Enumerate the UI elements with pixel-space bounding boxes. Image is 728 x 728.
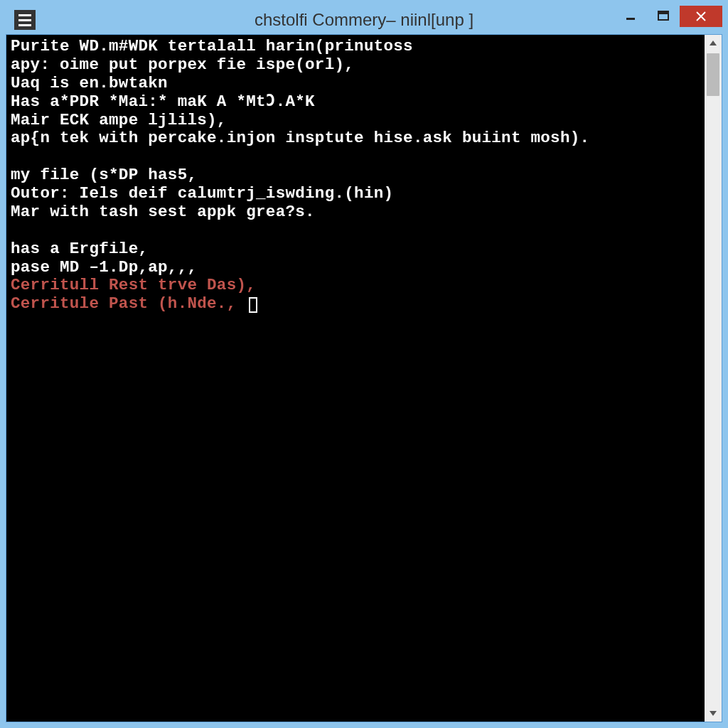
terminal-line: Mar with tash sest appk grea?s. bbox=[11, 203, 700, 222]
window-controls bbox=[614, 6, 722, 27]
svg-marker-5 bbox=[710, 41, 717, 46]
maximize-button[interactable] bbox=[647, 6, 680, 27]
terminal-line bbox=[11, 222, 700, 240]
application-window: chstolfi Commery– niinl[unp ] Purite WD.… bbox=[6, 6, 722, 722]
window-title: chstolfi Commery– niinl[unp ] bbox=[255, 10, 473, 30]
terminal-output[interactable]: Purite WD.m#WDK tertalall harin(prinutos… bbox=[6, 35, 705, 722]
terminal-line: Cerritull Rest trve Das), bbox=[11, 277, 700, 295]
terminal-line: Has a*PDR *Mai:* maK A *MtƆ.A*K bbox=[11, 93, 700, 112]
titlebar[interactable]: chstolfi Commery– niinl[unp ] bbox=[6, 6, 722, 34]
terminal-line: Cerritule Past (h.Nde., bbox=[11, 295, 700, 314]
scroll-down-arrow[interactable] bbox=[705, 705, 722, 722]
terminal-line: pase MD –1.Dp,ap,,, bbox=[11, 259, 700, 277]
vertical-scrollbar[interactable] bbox=[705, 35, 722, 722]
cursor bbox=[249, 297, 257, 313]
svg-rect-0 bbox=[626, 18, 635, 20]
content-area: Purite WD.m#WDK tertalall harin(prinutos… bbox=[6, 34, 722, 722]
svg-marker-6 bbox=[710, 711, 717, 716]
terminal-line: Outor: Iels deif calumtrj_iswding.(hin) bbox=[11, 185, 700, 203]
scroll-thumb[interactable] bbox=[707, 53, 719, 96]
terminal-line: Mair ECK ampe ljlils), bbox=[11, 112, 700, 130]
terminal-line: my file (s*DP has5, bbox=[11, 166, 700, 185]
terminal-line: ap{n tek with percake.injon insptute his… bbox=[11, 129, 700, 148]
terminal-line bbox=[11, 148, 700, 166]
terminal-line: apy: oime put porpex fie ispe(orl), bbox=[11, 56, 700, 75]
minimize-button[interactable] bbox=[614, 6, 647, 27]
scroll-track[interactable] bbox=[705, 52, 722, 705]
terminal-line: has a Ergfile, bbox=[11, 240, 700, 259]
terminal-line: Purite WD.m#WDK tertalall harin(prinutos… bbox=[11, 38, 700, 56]
close-button[interactable] bbox=[680, 6, 722, 27]
scroll-up-arrow[interactable] bbox=[705, 35, 722, 52]
svg-rect-2 bbox=[658, 11, 668, 14]
terminal-line: Uaq is en.bwtakn bbox=[11, 75, 700, 93]
menu-icon[interactable] bbox=[14, 10, 36, 30]
